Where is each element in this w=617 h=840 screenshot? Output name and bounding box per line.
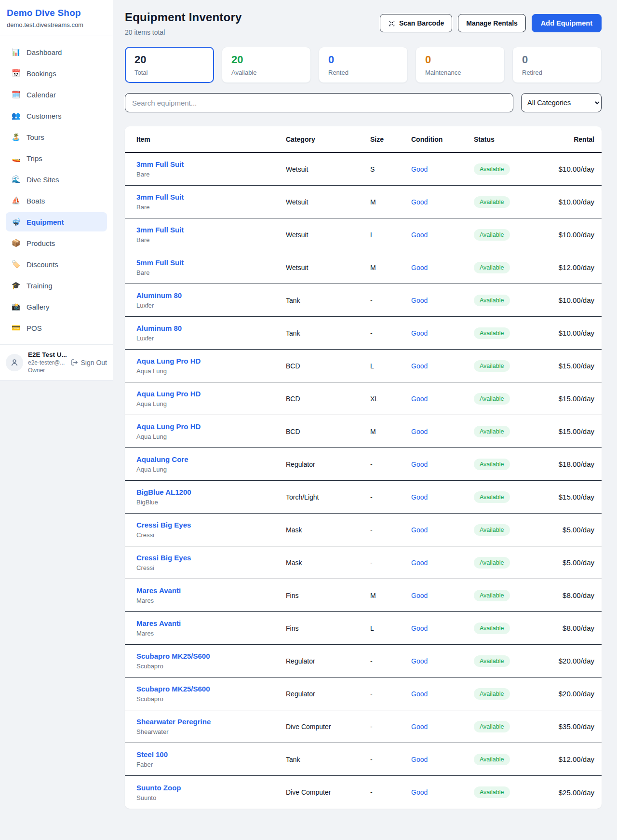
item-cell: Cressi Big Eyes Cressi — [136, 554, 286, 571]
item-name-link[interactable]: Steel 100 — [136, 750, 168, 759]
item-name-link[interactable]: Suunto Zoop — [136, 784, 181, 792]
user-role: Owner — [28, 367, 66, 374]
item-condition-link[interactable]: Good — [411, 592, 428, 599]
item-condition-link[interactable]: Good — [411, 198, 428, 206]
item-condition-link[interactable]: Good — [411, 297, 428, 304]
avatar — [6, 354, 23, 371]
stat-card-maintenance[interactable]: 0 Maintenance — [416, 47, 505, 83]
item-category: Mask — [286, 526, 370, 534]
item-rental: $15.00/day — [541, 427, 594, 435]
sidebar-item-calendar[interactable]: 🗓️ Calendar — [6, 85, 107, 104]
category-filter[interactable]: All Categories — [521, 93, 602, 112]
item-size: S — [370, 165, 411, 173]
pos-icon: 💳 — [11, 324, 21, 332]
item-name-link[interactable]: Aluminum 80 — [136, 324, 182, 332]
item-name-link[interactable]: Aluminum 80 — [136, 291, 182, 299]
sidebar-item-dive-sites[interactable]: 🌊 Dive Sites — [6, 170, 107, 189]
sidebar-item-discounts[interactable]: 🏷️ Discounts — [6, 255, 107, 274]
sidebar-item-dashboard[interactable]: 📊 Dashboard — [6, 42, 107, 62]
sidebar-item-trips[interactable]: 🚤 Trips — [6, 149, 107, 168]
sidebar-item-training[interactable]: 🎓 Training — [6, 276, 107, 295]
item-condition-link[interactable]: Good — [411, 624, 428, 632]
sidebar-item-tours[interactable]: 🏝️ Tours — [6, 127, 107, 147]
item-condition-link[interactable]: Good — [411, 264, 428, 271]
stat-card-rented[interactable]: 0 Rented — [319, 47, 408, 83]
item-size: L — [370, 231, 411, 239]
item-name-link[interactable]: Cressi Big Eyes — [136, 554, 191, 562]
item-category: Tank — [286, 297, 370, 304]
sidebar-item-bookings[interactable]: 📅 Bookings — [6, 64, 107, 83]
sidebar-item-customers[interactable]: 👥 Customers — [6, 106, 107, 125]
item-condition-link[interactable]: Good — [411, 165, 428, 173]
item-condition-link[interactable]: Good — [411, 428, 428, 435]
item-brand: Aqua Lung — [136, 367, 286, 375]
item-condition-link[interactable]: Good — [411, 362, 428, 370]
manage-rentals-button[interactable]: Manage Rentals — [458, 14, 526, 32]
stat-value: 20 — [134, 54, 204, 66]
equipment-icon: 🤿 — [11, 217, 21, 226]
item-rental: $8.00/day — [541, 591, 594, 599]
item-condition-link[interactable]: Good — [411, 690, 428, 698]
item-cell: Aqua Lung Pro HD Aqua Lung — [136, 357, 286, 375]
stat-card-total[interactable]: 20 Total — [125, 47, 214, 83]
item-name-link[interactable]: Mares Avanti — [136, 619, 181, 627]
item-rental: $10.00/day — [541, 230, 594, 239]
item-name-link[interactable]: 3mm Full Suit — [136, 193, 184, 201]
search-input[interactable] — [125, 93, 513, 112]
item-condition-link[interactable]: Good — [411, 329, 428, 337]
item-name-link[interactable]: 3mm Full Suit — [136, 226, 184, 234]
discounts-icon: 🏷️ — [11, 260, 21, 269]
user-email: e2e-tester@... — [28, 359, 66, 366]
sidebar-item-boats[interactable]: ⛵ Boats — [6, 191, 107, 210]
item-rental: $20.00/day — [541, 657, 594, 665]
sidebar-item-products[interactable]: 📦 Products — [6, 233, 107, 253]
item-name-link[interactable]: Aqua Lung Pro HD — [136, 357, 201, 365]
item-name-link[interactable]: Scubapro MK25/S600 — [136, 652, 210, 660]
item-name-link[interactable]: Aqualung Core — [136, 455, 188, 463]
item-condition-link[interactable]: Good — [411, 657, 428, 665]
stat-card-available[interactable]: 20 Available — [222, 47, 311, 83]
item-name-link[interactable]: 3mm Full Suit — [136, 160, 184, 168]
item-category: Wetsuit — [286, 231, 370, 239]
item-condition-link[interactable]: Good — [411, 526, 428, 534]
item-condition-link[interactable]: Good — [411, 461, 428, 468]
item-size: M — [370, 592, 411, 599]
item-name-link[interactable]: Cressi Big Eyes — [136, 521, 191, 529]
item-name-link[interactable]: Scubapro MK25/S600 — [136, 685, 210, 693]
item-size: L — [370, 362, 411, 370]
sidebar-item-label: Equipment — [27, 218, 64, 226]
item-name-link[interactable]: Aqua Lung Pro HD — [136, 422, 201, 431]
table-row: Aluminum 80 Luxfer Tank - Good Available… — [125, 284, 602, 317]
item-condition-link[interactable]: Good — [411, 723, 428, 731]
item-name-link[interactable]: Aqua Lung Pro HD — [136, 390, 201, 398]
item-condition-link[interactable]: Good — [411, 493, 428, 501]
item-name-link[interactable]: 5mm Full Suit — [136, 258, 184, 267]
item-rental: $15.00/day — [541, 493, 594, 501]
item-condition-link[interactable]: Good — [411, 395, 428, 403]
sidebar-item-label: Training — [27, 282, 53, 290]
item-condition-link[interactable]: Good — [411, 788, 428, 796]
bookings-icon: 📅 — [11, 69, 21, 78]
item-condition-link[interactable]: Good — [411, 231, 428, 239]
item-name-link[interactable]: BigBlue AL1200 — [136, 488, 191, 496]
item-brand: Bare — [136, 171, 286, 178]
item-cell: Scubapro MK25/S600 Scubapro — [136, 685, 286, 703]
sidebar-item-pos[interactable]: 💳 POS — [6, 318, 107, 338]
header-actions: Scan Barcode Manage Rentals Add Equipmen… — [380, 14, 602, 32]
add-equipment-button[interactable]: Add Equipment — [532, 14, 602, 32]
status-badge: Available — [474, 196, 510, 208]
brand-name[interactable]: Demo Dive Shop — [7, 8, 106, 18]
item-condition-link[interactable]: Good — [411, 559, 428, 567]
item-rental: $20.00/day — [541, 690, 594, 698]
table-row: 5mm Full Suit Bare Wetsuit M Good Availa… — [125, 251, 602, 284]
item-name-link[interactable]: Shearwater Peregrine — [136, 718, 211, 726]
item-name-link[interactable]: Mares Avanti — [136, 586, 181, 595]
item-cell: Aqua Lung Pro HD Aqua Lung — [136, 422, 286, 440]
scan-barcode-button[interactable]: Scan Barcode — [380, 14, 452, 32]
sidebar-item-equipment[interactable]: 🤿 Equipment — [6, 212, 107, 231]
sign-out-button[interactable]: Sign Out — [71, 359, 107, 366]
stat-card-retired[interactable]: 0 Retired — [512, 47, 602, 83]
item-condition-link[interactable]: Good — [411, 756, 428, 763]
sidebar-item-gallery[interactable]: 📸 Gallery — [6, 297, 107, 316]
user-panel: E2E Test U... e2e-tester@... Owner Sign … — [0, 344, 113, 380]
